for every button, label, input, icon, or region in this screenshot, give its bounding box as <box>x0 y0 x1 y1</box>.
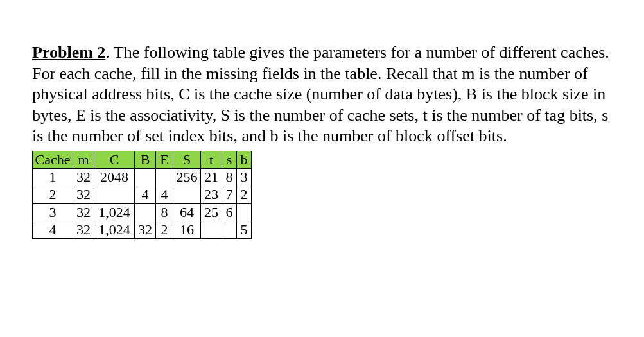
cell-b <box>237 203 252 221</box>
problem-paragraph: Problem 2. The following table gives the… <box>32 42 612 147</box>
cell-E <box>156 168 173 186</box>
cache-table: Cache m C B E S t s b 1 32 2048 256 21 8… <box>32 151 252 239</box>
cell-t: 25 <box>201 203 222 221</box>
header-b: b <box>237 151 252 168</box>
cell-B <box>135 203 156 221</box>
cell-m: 32 <box>73 221 94 239</box>
cell-s: 7 <box>222 186 237 203</box>
cell-cache: 4 <box>33 221 73 239</box>
table-row: 3 32 1,024 8 64 25 6 <box>33 203 252 221</box>
cell-B: 4 <box>135 186 156 203</box>
cell-t <box>201 221 222 239</box>
header-B: B <box>135 151 156 168</box>
cell-m: 32 <box>73 186 94 203</box>
cell-b: 5 <box>237 221 252 239</box>
cell-S: 16 <box>173 221 201 239</box>
cell-s <box>222 221 237 239</box>
problem-title: Problem 2 <box>32 43 105 62</box>
cell-b: 2 <box>237 186 252 203</box>
cell-m: 32 <box>73 168 94 186</box>
header-E: E <box>156 151 173 168</box>
cell-C <box>94 186 135 203</box>
cell-E: 8 <box>156 203 173 221</box>
cell-C: 1,024 <box>94 221 135 239</box>
header-s: s <box>222 151 237 168</box>
cell-E: 4 <box>156 186 173 203</box>
cell-t: 21 <box>201 168 222 186</box>
cell-s: 8 <box>222 168 237 186</box>
cell-B: 32 <box>135 221 156 239</box>
cell-E: 2 <box>156 221 173 239</box>
cell-cache: 3 <box>33 203 73 221</box>
table-row: 1 32 2048 256 21 8 3 <box>33 168 252 186</box>
cell-C: 2048 <box>94 168 135 186</box>
table-row: 4 32 1,024 32 2 16 5 <box>33 221 252 239</box>
cell-S: 64 <box>173 203 201 221</box>
header-t: t <box>201 151 222 168</box>
cell-b: 3 <box>237 168 252 186</box>
cell-cache: 1 <box>33 168 73 186</box>
cell-s: 6 <box>222 203 237 221</box>
cell-cache: 2 <box>33 186 73 203</box>
header-m: m <box>73 151 94 168</box>
cell-B <box>135 168 156 186</box>
cell-S: 256 <box>173 168 201 186</box>
cell-t: 23 <box>201 186 222 203</box>
header-C: C <box>94 151 135 168</box>
problem-body: . The following table gives the paramete… <box>32 43 609 145</box>
header-cache: Cache <box>33 151 73 168</box>
header-S: S <box>173 151 201 168</box>
table-row: 2 32 4 4 23 7 2 <box>33 186 252 203</box>
cell-C: 1,024 <box>94 203 135 221</box>
cell-m: 32 <box>73 203 94 221</box>
cell-S <box>173 186 201 203</box>
table-header-row: Cache m C B E S t s b <box>33 151 252 168</box>
